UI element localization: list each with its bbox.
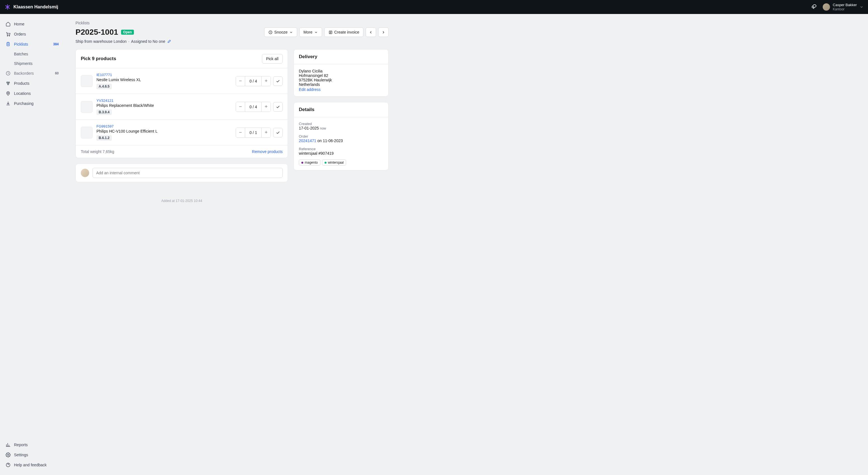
avatar xyxy=(823,3,830,11)
next-button[interactable] xyxy=(378,27,389,37)
qty-plus[interactable]: + xyxy=(262,128,271,137)
svg-point-1 xyxy=(9,35,9,36)
qty-plus[interactable]: + xyxy=(262,102,271,112)
qty-minus[interactable]: − xyxy=(236,77,245,86)
invoice-icon xyxy=(329,30,333,34)
confirm-pick-button[interactable] xyxy=(273,77,283,86)
qty-stepper: − 0 / 4 + xyxy=(236,102,271,112)
nav-shipments[interactable]: Shipments xyxy=(11,59,62,68)
download-icon xyxy=(6,101,11,106)
clock-icon xyxy=(268,30,273,34)
svg-point-8 xyxy=(7,454,9,456)
chat-icon[interactable] xyxy=(811,3,817,10)
edit-address-link[interactable]: Edit address xyxy=(299,87,383,92)
brand[interactable]: Klaassen Handelsmij xyxy=(4,4,58,10)
nav-help[interactable]: Help and feedback xyxy=(3,460,62,470)
chevron-down-icon xyxy=(860,5,864,9)
status-badge: Open xyxy=(121,30,134,35)
check-icon xyxy=(276,130,280,135)
location-tag: A.4.6.5 xyxy=(96,84,112,89)
pin-icon xyxy=(6,91,11,96)
total-weight: Total weight 7,65kg xyxy=(81,149,114,154)
product-sku[interactable]: IE107771 xyxy=(96,73,232,77)
page-title: P2025-1001 xyxy=(75,28,118,37)
pick-all-button[interactable]: Pick all xyxy=(262,54,283,63)
tag-dot xyxy=(301,162,303,164)
nav-home[interactable]: Home xyxy=(3,19,62,29)
confirm-pick-button[interactable] xyxy=(273,102,283,112)
remove-products-link[interactable]: Remove products xyxy=(252,149,283,154)
nav-products[interactable]: Products xyxy=(3,78,62,88)
product-row: YV324121 Philips Replacement Black/White… xyxy=(76,94,288,120)
delivery-line2: 9752BK Haulerwijk xyxy=(299,78,383,82)
chevron-down-icon xyxy=(289,30,293,34)
nav-settings[interactable]: Settings xyxy=(3,450,62,460)
product-thumb xyxy=(81,101,93,113)
nav-reports[interactable]: Reports xyxy=(3,440,62,450)
qty-value: 0 / 4 xyxy=(245,77,262,86)
product-sku[interactable]: YV324121 xyxy=(96,98,232,103)
chevron-left-icon xyxy=(369,30,373,34)
qty-value: 0 / 4 xyxy=(245,102,262,112)
delivery-line1: Hofmansingel 82 xyxy=(299,73,383,78)
nav-purchasing[interactable]: Purchasing xyxy=(3,98,62,109)
nav-picklists[interactable]: Picklists 384 xyxy=(3,39,62,49)
svg-point-4 xyxy=(7,82,8,83)
qty-minus[interactable]: − xyxy=(236,102,245,112)
picklists-badge: 384 xyxy=(53,42,59,46)
order-link[interactable]: 20241471 xyxy=(299,139,316,143)
svg-rect-2 xyxy=(7,42,9,46)
svg-point-0 xyxy=(7,35,8,36)
location-tag: B.3.9.4 xyxy=(96,109,112,115)
delivery-country: Netherlands xyxy=(299,82,383,87)
snooze-button[interactable]: Snooze xyxy=(264,27,297,37)
create-invoice-button[interactable]: Create invoice xyxy=(324,27,364,37)
location-tag: B.6.1.2 xyxy=(96,135,112,141)
clipboard-icon xyxy=(6,42,11,47)
nav-backorders[interactable]: Backorders 60 xyxy=(3,68,62,78)
ship-from: Ship from warehouse London xyxy=(75,39,127,43)
check-icon xyxy=(276,79,280,83)
gear-icon xyxy=(6,452,11,457)
tag[interactable]: magento xyxy=(299,159,320,166)
pick-title: Pick 9 products xyxy=(81,56,116,62)
svg-point-7 xyxy=(7,93,9,94)
delivery-name: Dylano Cicilia xyxy=(299,69,383,73)
chevron-right-icon xyxy=(381,30,385,34)
edit-icon[interactable] xyxy=(167,39,171,43)
help-icon xyxy=(6,463,11,468)
nav-orders[interactable]: Orders xyxy=(3,29,62,39)
logo-icon xyxy=(4,4,11,10)
user-name: Casper Bakker xyxy=(833,3,857,7)
qty-stepper: − 0 / 1 + xyxy=(236,127,271,138)
qty-value: 0 / 1 xyxy=(245,128,262,137)
home-icon xyxy=(6,22,11,27)
product-sku[interactable]: FG991597 xyxy=(96,124,232,128)
qty-plus[interactable]: + xyxy=(262,77,271,86)
footer-meta: Added at 17-01-2025 10:44 xyxy=(75,199,288,203)
nav-batches[interactable]: Batches xyxy=(11,49,62,59)
product-row: FG991597 Philips HC-V100 Lounge Efficien… xyxy=(76,120,288,145)
delivery-card: Delivery Dylano Cicilia Hofmansingel 82 … xyxy=(293,49,389,96)
brand-name: Klaassen Handelsmij xyxy=(13,4,58,9)
product-thumb xyxy=(81,127,93,139)
svg-point-5 xyxy=(8,82,10,83)
qty-minus[interactable]: − xyxy=(236,128,245,137)
breadcrumb[interactable]: Picklists xyxy=(75,21,389,25)
more-button[interactable]: More xyxy=(300,27,322,37)
product-row: IE107771 Nestle Lumix Wireless XL A.4.6.… xyxy=(76,68,288,94)
comment-card xyxy=(75,164,288,182)
nav-locations[interactable]: Locations xyxy=(3,88,62,98)
comment-input[interactable] xyxy=(93,168,283,178)
confirm-pick-button[interactable] xyxy=(273,128,283,137)
tag[interactable]: wintersjaal xyxy=(322,159,346,166)
product-name: Nestle Lumix Wireless XL xyxy=(96,78,232,82)
user-menu[interactable]: Casper Bakker Kantoor xyxy=(823,3,864,11)
product-name: Philips Replacement Black/White xyxy=(96,103,232,108)
svg-point-6 xyxy=(7,84,9,85)
cart-icon xyxy=(6,32,11,37)
qty-stepper: − 0 / 4 + xyxy=(236,76,271,86)
assigned-to: Assigned to No one xyxy=(131,39,165,43)
prev-button[interactable] xyxy=(366,27,376,37)
chart-icon xyxy=(6,442,11,447)
